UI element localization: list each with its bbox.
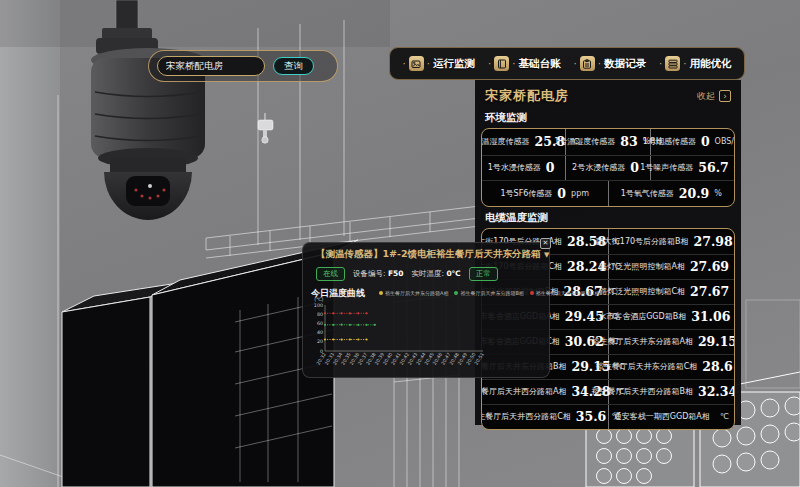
dot: · bbox=[512, 59, 515, 69]
records-icon bbox=[580, 56, 595, 71]
sensor-label: 路灯泛光照明控制箱C相 bbox=[599, 286, 685, 297]
sensor-value: 27.67 bbox=[690, 284, 729, 299]
device-id: 设备编号: F50 bbox=[353, 269, 403, 279]
collapse-label: 收起 bbox=[697, 90, 715, 103]
sensor-label: 裕生餐厅后天井西分路箱B相 bbox=[591, 386, 693, 397]
sensor-unit: ℃ bbox=[734, 262, 735, 271]
nav-item-基础台账[interactable]: ··基础台账 bbox=[488, 56, 560, 71]
sensor-cell[interactable]: 西大街170号后分路箱B相27.98℃ bbox=[609, 229, 735, 254]
svg-text:20: 20 bbox=[317, 339, 323, 344]
sensor-label: 水市客舍酒店GGD箱B相 bbox=[598, 311, 686, 322]
monitor-icon bbox=[409, 56, 424, 71]
sensor-cell[interactable]: 裕生餐厅后天井东分路箱C相28.6℃ bbox=[609, 355, 735, 379]
svg-text:60: 60 bbox=[317, 321, 323, 326]
realtime-temp: 实时温度: 0℃ bbox=[411, 269, 460, 279]
chevron-right-icon: › bbox=[719, 90, 731, 102]
nav-item-label: 运行监测 bbox=[433, 57, 475, 71]
sensor-value: 28.6 bbox=[702, 359, 732, 374]
search-input[interactable] bbox=[157, 56, 265, 76]
sensor-value: 29.15 bbox=[698, 334, 735, 349]
sensor-cell[interactable]: 路灯泛光照明控制箱C相27.67℃ bbox=[609, 280, 735, 304]
query-button[interactable]: 查询 bbox=[273, 57, 314, 75]
sensor-popup: 【测温传感器】1#-2馈电柜裕生餐厅后天井东分路箱 ▼ 在线 设备编号: F50… bbox=[302, 242, 550, 378]
sensor-cell[interactable]: 水市客舍酒店GGD箱B相31.06℃ bbox=[609, 305, 735, 329]
sensor-unit: ℃ bbox=[720, 412, 729, 421]
sensor-value: 0 bbox=[630, 160, 639, 175]
sensor-cell: 1号氧气传感器20.9% bbox=[609, 181, 735, 206]
panel-title: 宋家桥配电房 bbox=[485, 87, 569, 105]
sensor-cell: 2号水浸传感器0 bbox=[566, 156, 650, 181]
svg-text:40: 40 bbox=[317, 330, 323, 335]
close-icon[interactable]: ✕ bbox=[540, 238, 551, 249]
legend-item[interactable]: 裕生餐厅后天井东分路箱B相 bbox=[454, 290, 523, 296]
sensor-label: 1号水浸传感器 bbox=[488, 162, 541, 173]
sensor-label: 1号温湿度传感器 bbox=[554, 136, 615, 147]
dot: · bbox=[427, 59, 430, 69]
nav-item-运行监测[interactable]: ··运行监测 bbox=[403, 56, 475, 71]
dot: · bbox=[659, 59, 662, 69]
svg-text:100: 100 bbox=[314, 303, 323, 308]
sensor-cell: 1号水浸传感器0 bbox=[482, 156, 566, 181]
sensor-cell[interactable]: 裕生餐厅后天井西分路箱C相35.6℃ bbox=[482, 405, 609, 429]
sensor-label: 裕生餐厅后天井西分路箱C相 bbox=[481, 411, 571, 422]
sensor-label: 裕生餐厅后天井东分路箱A相 bbox=[591, 336, 692, 347]
status-badge: 正常 bbox=[469, 267, 498, 281]
sensor-value: 0 bbox=[557, 186, 566, 201]
sensor-cell: 1号SF6传感器0ppm bbox=[482, 181, 609, 206]
sensor-value: 0 bbox=[701, 134, 710, 149]
sensor-unit: dB bbox=[734, 163, 735, 172]
sensor-label: 1号烟感传感器 bbox=[643, 136, 696, 147]
sensor-label: 1号噪声传感器 bbox=[640, 162, 693, 173]
nav-item-用能优化[interactable]: ··用能优化 bbox=[659, 56, 731, 71]
env-table: 1号温湿度传感器25.8℃1号温湿度传感器83%RH1号烟感传感器0OBS/m1… bbox=[481, 128, 735, 207]
sensor-cell: 1号温湿度传感器83%RH bbox=[566, 129, 650, 155]
sensor-label: 裕生餐厅后天井东分路箱C相 bbox=[596, 361, 698, 372]
table-row: 1号水浸传感器02号水浸传感器01号噪声传感器56.7dB bbox=[482, 155, 734, 181]
sensor-unit: OBS/m bbox=[715, 137, 735, 146]
sensor-value: 27.69 bbox=[690, 259, 729, 274]
sensor-value: 35.6 bbox=[576, 409, 606, 424]
env-section-title: 环境监测 bbox=[485, 111, 731, 125]
sensor-dropdown[interactable]: 【测温传感器】1#-2馈电柜裕生餐厅后天井东分路箱 ▼ bbox=[316, 248, 549, 261]
table-row: 1号温湿度传感器25.8℃1号温湿度传感器83%RH1号烟感传感器0OBS/m bbox=[482, 129, 734, 155]
table-row: 裕生餐厅后天井西分路箱C相35.6℃通安客栈一期西GGD箱A相℃ bbox=[482, 404, 734, 429]
collapse-button[interactable]: 收起 › bbox=[697, 90, 731, 103]
sensor-value: 56.7 bbox=[698, 160, 728, 175]
sensor-cell[interactable]: 路灯泛光照明控制箱A相27.69℃ bbox=[609, 255, 735, 279]
sensor-label: 西大街170号后分路箱B相 bbox=[596, 236, 689, 247]
sensor-cell: 1号噪声传感器56.7dB bbox=[651, 156, 734, 181]
sensor-cell[interactable]: 裕生餐厅后天井西分路箱B相32.34℃ bbox=[609, 380, 735, 404]
dot: · bbox=[683, 59, 686, 69]
sensor-cell[interactable]: 裕生餐厅后天井东分路箱A相29.15℃ bbox=[609, 330, 735, 354]
sensor-value: 0 bbox=[546, 160, 555, 175]
sensor-value: 31.06 bbox=[691, 309, 730, 324]
energy-icon bbox=[665, 56, 680, 71]
sensor-label: 1号氧气传感器 bbox=[621, 188, 674, 199]
legend-dot bbox=[530, 291, 534, 295]
legend-label: 裕生餐厅后天井东分路箱A相 bbox=[385, 290, 448, 296]
sensor-unit: ℃ bbox=[734, 287, 735, 296]
nav-item-数据记录[interactable]: ··数据记录 bbox=[574, 56, 646, 71]
legend-dot bbox=[379, 291, 383, 295]
mini-camera[interactable] bbox=[258, 113, 273, 143]
sensor-label: 裕生餐厅后天井西分路箱A相 bbox=[481, 386, 566, 397]
nav-item-label: 数据记录 bbox=[604, 57, 646, 71]
sensor-cell[interactable]: 裕生餐厅后天井西分路箱A相34.28℃ bbox=[482, 380, 609, 404]
top-nav: ··运行监测··基础台账··数据记录··用能优化 bbox=[389, 47, 745, 80]
legend-dot bbox=[454, 291, 458, 295]
search-bar: 查询 bbox=[148, 50, 338, 82]
chart-legend: 裕生餐厅后天井东分路箱A相裕生餐厅后天井东分路箱B相裕生餐厅后天井东分路箱C相 bbox=[379, 290, 599, 296]
panel-header: 宋家桥配电房 收起 › bbox=[475, 80, 741, 109]
legend-label: 裕生餐厅后天井东分路箱B相 bbox=[460, 290, 523, 296]
sensor-cell[interactable]: 通安客栈一期西GGD箱A相℃ bbox=[609, 405, 735, 429]
legend-label: 裕生餐厅后天井东分路箱C相 bbox=[536, 290, 600, 296]
sensor-value: 32.34 bbox=[698, 384, 735, 399]
dot: · bbox=[598, 59, 601, 69]
legend-item[interactable]: 裕生餐厅后天井东分路箱C相 bbox=[530, 290, 600, 296]
legend-item[interactable]: 裕生餐厅后天井东分路箱A相 bbox=[379, 290, 448, 296]
sensor-label: 2号水浸传感器 bbox=[572, 162, 625, 173]
sensor-unit: % bbox=[714, 189, 722, 198]
sensor-label: 路灯泛光照明控制箱A相 bbox=[599, 261, 684, 272]
sensor-value: 83 bbox=[620, 134, 637, 149]
dot: · bbox=[574, 59, 577, 69]
